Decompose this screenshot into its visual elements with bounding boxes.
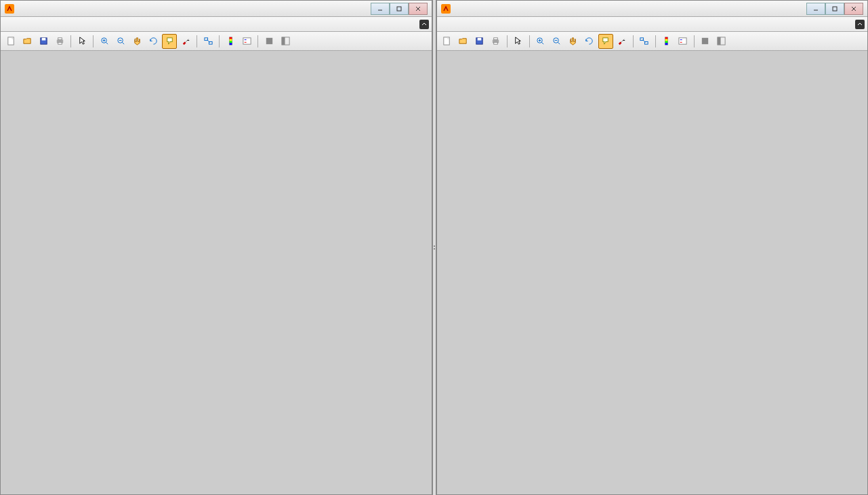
plot-area[interactable]: [437, 51, 868, 494]
dock-corner-icon[interactable]: [419, 20, 429, 29]
svg-rect-60: [679, 38, 686, 44]
svg-rect-65: [718, 37, 721, 45]
print-icon[interactable]: [52, 34, 67, 49]
menu-view[interactable]: [25, 23, 36, 26]
menubar: [437, 17, 868, 32]
maximize-button[interactable]: [390, 3, 409, 15]
datatip-icon[interactable]: [598, 34, 613, 49]
rotate-icon[interactable]: [146, 34, 161, 49]
svg-line-21: [207, 40, 209, 43]
colorbar-icon[interactable]: [659, 34, 674, 49]
svg-line-54: [643, 40, 646, 43]
toolbar: [1, 32, 432, 51]
svg-rect-30: [266, 38, 272, 44]
svg-line-11: [106, 42, 108, 44]
close-button[interactable]: [844, 3, 863, 15]
toolbar: [437, 32, 868, 51]
svg-rect-23: [229, 37, 232, 39]
pointer-icon[interactable]: [511, 34, 526, 49]
hide-tools-icon[interactable]: [262, 34, 276, 49]
zoom-out-icon[interactable]: [113, 34, 128, 49]
svg-rect-6: [41, 38, 45, 41]
minimize-button[interactable]: [806, 3, 825, 15]
maximize-button[interactable]: [825, 3, 844, 15]
link-icon[interactable]: [637, 34, 652, 49]
svg-rect-8: [58, 38, 62, 40]
svg-rect-56: [665, 37, 668, 39]
menu-desktop[interactable]: [58, 23, 68, 26]
dock-corner-icon[interactable]: [855, 20, 865, 29]
svg-rect-1: [397, 7, 401, 11]
zoom-in-icon[interactable]: [533, 34, 548, 49]
dock-icon[interactable]: [278, 34, 293, 49]
menu-view[interactable]: [461, 23, 472, 26]
svg-rect-58: [665, 41, 668, 43]
svg-rect-17: [167, 38, 172, 42]
open-file-icon[interactable]: [20, 34, 35, 49]
svg-rect-26: [229, 43, 232, 45]
menu-tools[interactable]: [483, 23, 494, 26]
titlebar[interactable]: [437, 1, 868, 17]
svg-line-44: [541, 42, 543, 44]
svg-rect-27: [243, 38, 250, 44]
colorbar-icon[interactable]: [223, 34, 238, 49]
new-file-icon[interactable]: [3, 34, 18, 49]
new-file-icon[interactable]: [440, 34, 455, 49]
close-button[interactable]: [409, 3, 428, 15]
save-icon[interactable]: [36, 34, 51, 49]
svg-rect-34: [833, 7, 837, 11]
menu-edit[interactable]: [14, 23, 25, 26]
matlab-icon: [5, 4, 14, 14]
svg-rect-41: [494, 38, 498, 40]
rotate-icon[interactable]: [582, 34, 597, 49]
menu-help[interactable]: [79, 23, 90, 26]
menu-desktop[interactable]: [494, 23, 505, 26]
menubar: [1, 17, 432, 32]
pan-icon[interactable]: [129, 34, 144, 49]
menu-insert[interactable]: [472, 23, 483, 26]
plot-area[interactable]: [1, 51, 432, 494]
brush-icon[interactable]: [178, 34, 193, 49]
legend-icon[interactable]: [676, 34, 690, 49]
brush-icon[interactable]: [615, 34, 629, 49]
menu-edit[interactable]: [451, 23, 461, 26]
save-icon[interactable]: [472, 34, 487, 49]
svg-rect-57: [665, 39, 668, 41]
svg-rect-63: [702, 38, 708, 44]
zoom-out-icon[interactable]: [550, 34, 564, 49]
svg-line-15: [122, 42, 124, 44]
svg-rect-50: [603, 38, 608, 42]
zoom-in-icon[interactable]: [97, 34, 112, 49]
svg-rect-39: [478, 38, 482, 41]
svg-rect-59: [665, 43, 668, 45]
titlebar[interactable]: [1, 1, 432, 17]
dock-icon[interactable]: [714, 34, 729, 49]
figure-window-3: [0, 0, 432, 495]
svg-rect-9: [58, 42, 62, 44]
datatip-icon[interactable]: [162, 34, 177, 49]
figure-window-5: [436, 0, 869, 495]
svg-rect-42: [494, 42, 498, 44]
print-icon[interactable]: [489, 34, 503, 49]
menu-file[interactable]: [440, 23, 451, 26]
menu-window[interactable]: [68, 23, 79, 26]
minimize-button[interactable]: [371, 3, 390, 15]
svg-rect-32: [281, 37, 285, 45]
pointer-icon[interactable]: [75, 34, 89, 49]
menu-file[interactable]: [3, 23, 14, 26]
matlab-icon: [441, 4, 451, 14]
menu-window[interactable]: [505, 23, 516, 26]
open-file-icon[interactable]: [456, 34, 471, 49]
pan-icon[interactable]: [566, 34, 581, 49]
hide-tools-icon[interactable]: [698, 34, 713, 49]
menu-help[interactable]: [516, 23, 526, 26]
svg-rect-24: [229, 39, 232, 41]
menu-insert[interactable]: [36, 23, 47, 26]
link-icon[interactable]: [201, 34, 215, 49]
legend-icon[interactable]: [239, 34, 254, 49]
menu-tools[interactable]: [47, 23, 58, 26]
svg-rect-25: [229, 41, 232, 43]
svg-line-48: [558, 42, 560, 44]
